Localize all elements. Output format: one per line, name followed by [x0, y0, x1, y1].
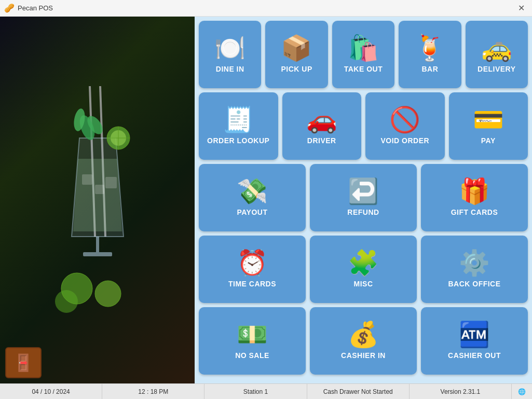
back-office-icon: ⚙️: [459, 251, 490, 276]
back-office-label: BACK OFFICE: [448, 280, 500, 288]
svg-rect-16: [83, 252, 112, 256]
left-panel: 🚪 ➡: [0, 17, 195, 383]
cocktail-image: [40, 71, 155, 330]
close-button[interactable]: ✕: [515, 2, 528, 14]
svg-rect-7: [105, 177, 117, 188]
svg-rect-5: [82, 174, 92, 185]
payout-icon: 💸: [237, 179, 268, 204]
logout-arrow: ➡: [20, 357, 28, 368]
pick-up-label: PICK UP: [281, 65, 312, 74]
no-sale-icon: 💵: [237, 322, 268, 347]
time-cards-label: TIME CARDS: [228, 280, 276, 288]
void-order-label: VOID ORDER: [380, 136, 429, 145]
misc-icon: 🧩: [348, 251, 379, 276]
row3: 💸 PAYOUT ↩️ REFUND 🎁 GIFT CARDS: [199, 164, 528, 231]
bar-icon: 🍹: [414, 36, 446, 61]
svg-point-19: [55, 290, 78, 313]
bar-label: BAR: [421, 65, 438, 74]
take-out-icon: 🛍️: [348, 36, 379, 61]
back-office-button[interactable]: ⚙️ BACK OFFICE: [421, 236, 528, 303]
delivery-button[interactable]: 🚕 DELIVERY: [466, 21, 528, 88]
row4: ⏰ TIME CARDS 🧩 MISC ⚙️ BACK OFFICE: [199, 236, 528, 303]
time-cards-button[interactable]: ⏰ TIME CARDS: [199, 236, 306, 303]
title-bar-left: 🥜 Pecan POS: [4, 3, 53, 13]
delivery-label: DELIVERY: [478, 65, 516, 74]
title-bar: 🥜 Pecan POS ✕: [0, 0, 532, 17]
gift-cards-icon: 🎁: [459, 179, 490, 204]
status-bar: 04 / 10 / 2024 12 : 18 PM Station 1 Cash…: [0, 383, 532, 399]
cashier-out-icon: 🏧: [459, 322, 490, 347]
globe-icon: 🌐: [518, 388, 526, 395]
refund-button[interactable]: ↩️ REFUND: [310, 164, 417, 231]
app-icon: 🥜: [4, 3, 15, 13]
cashier-in-icon: 💰: [348, 322, 379, 347]
row2: 🧾 ORDER LOOKUP 🚗 DRIVER 🚫 VOID ORDER 💳 P…: [199, 92, 528, 160]
no-sale-label: NO SALE: [235, 351, 269, 360]
pay-label: PAY: [481, 136, 496, 145]
pay-icon: 💳: [473, 107, 504, 132]
status-station: Station 1: [204, 384, 307, 399]
status-date: 04 / 10 / 2024: [0, 384, 102, 399]
void-order-button[interactable]: 🚫 VOID ORDER: [365, 92, 445, 160]
order-lookup-label: ORDER LOOKUP: [207, 136, 269, 145]
void-order-icon: 🚫: [389, 107, 421, 132]
app-title: Pecan POS: [18, 4, 53, 12]
status-globe[interactable]: 🌐: [512, 384, 532, 399]
pick-up-icon: 📦: [281, 36, 312, 61]
order-lookup-icon: 🧾: [223, 107, 254, 132]
cashier-out-button[interactable]: 🏧 CASHIER OUT: [421, 307, 528, 375]
order-lookup-button[interactable]: 🧾 ORDER LOOKUP: [199, 92, 278, 160]
status-version: Version 2.31.1: [410, 384, 512, 399]
gift-cards-button[interactable]: 🎁 GIFT CARDS: [421, 164, 528, 231]
background-image: [0, 17, 195, 383]
main-content: 🚪 ➡ 🍽️ DINE IN 📦 PICK UP 🛍️ TAKE OUT 🍹 B…: [0, 17, 532, 383]
svg-point-18: [95, 281, 121, 307]
time-cards-icon: ⏰: [237, 251, 268, 276]
bar-button[interactable]: 🍹 BAR: [399, 21, 461, 88]
driver-button[interactable]: 🚗 DRIVER: [282, 92, 362, 160]
right-panel: 🍽️ DINE IN 📦 PICK UP 🛍️ TAKE OUT 🍹 BAR 🚕…: [195, 17, 532, 383]
dine-in-button[interactable]: 🍽️ DINE IN: [199, 21, 261, 88]
take-out-button[interactable]: 🛍️ TAKE OUT: [332, 21, 394, 88]
pick-up-button[interactable]: 📦 PICK UP: [265, 21, 328, 88]
misc-label: MISC: [354, 280, 373, 288]
pay-button[interactable]: 💳 PAY: [449, 92, 528, 160]
driver-icon: 🚗: [306, 107, 338, 132]
row1: 🍽️ DINE IN 📦 PICK UP 🛍️ TAKE OUT 🍹 BAR 🚕…: [199, 21, 528, 88]
row5: 💵 NO SALE 💰 CASHIER IN 🏧 CASHIER OUT: [199, 307, 528, 375]
refund-label: REFUND: [347, 208, 379, 217]
driver-label: DRIVER: [307, 136, 336, 145]
cashier-out-label: CASHIER OUT: [448, 351, 501, 360]
no-sale-button[interactable]: 💵 NO SALE: [199, 307, 306, 375]
misc-button[interactable]: 🧩 MISC: [310, 236, 417, 303]
svg-rect-6: [95, 185, 104, 194]
gift-cards-label: GIFT CARDS: [451, 208, 498, 217]
cashier-in-button[interactable]: 💰 CASHIER IN: [310, 307, 417, 375]
dine-in-label: DINE IN: [216, 65, 244, 74]
svg-marker-4: [73, 159, 122, 231]
dine-in-icon: 🍽️: [214, 36, 246, 61]
status-time: 12 : 18 PM: [102, 384, 204, 399]
payout-label: PAYOUT: [237, 208, 267, 217]
svg-rect-15: [96, 237, 99, 252]
take-out-label: TAKE OUT: [344, 65, 383, 74]
cashier-in-label: CASHIER IN: [341, 351, 386, 360]
delivery-icon: 🚕: [481, 36, 513, 61]
logout-button[interactable]: 🚪 ➡: [5, 347, 42, 378]
payout-button[interactable]: 💸 PAYOUT: [199, 164, 306, 231]
status-drawer: Cash Drawer Not Started: [307, 384, 410, 399]
refund-icon: ↩️: [348, 179, 379, 204]
